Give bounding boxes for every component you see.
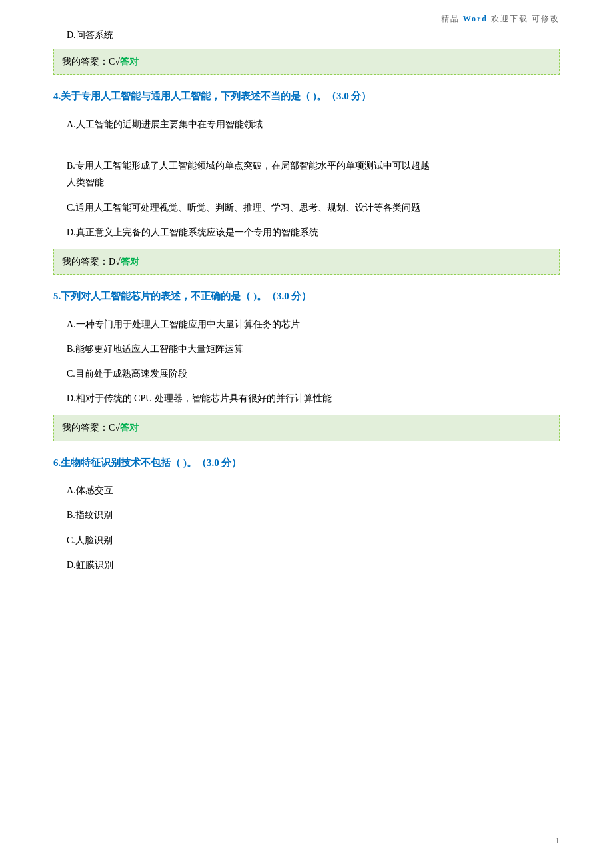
answer-box-q5: 我的答案：C√答对 (53, 415, 560, 441)
q5-option-c: C.目前处于成熟高速发展阶段 (53, 365, 560, 382)
answer-q3-prefix: 我的答案：C√ (62, 53, 120, 70)
question5-title: 5.下列对人工智能芯片的表述，不正确的是（ )。（3.0 分） (53, 288, 560, 305)
q6-option-a: A.体感交互 (53, 482, 560, 499)
watermark-rest: 欢迎下载 可修改 (491, 14, 560, 23)
answer-q3-correct: 答对 (120, 53, 139, 70)
q6-option-d: D.虹膜识别 (53, 557, 560, 573)
answer-q4-prefix: 我的答案：D√ (62, 253, 121, 270)
q3-option-d: D.问答系统 (53, 27, 560, 43)
q4-option-b: B.专用人工智能形成了人工智能领域的单点突破，在局部智能水平的单项测试中可以超越… (53, 141, 560, 191)
word-label: Word (463, 14, 488, 23)
q5-option-b: B.能够更好地适应人工智能中大量矩阵运算 (53, 341, 560, 357)
watermark-text: 精品 (441, 14, 460, 23)
q5-option-d: D.相对于传统的 CPU 处理器，智能芯片具有很好的并行计算性能 (53, 390, 560, 407)
question4-title: 4.关于专用人工智能与通用人工智能，下列表述不当的是（ )。（3.0 分） (53, 88, 560, 105)
q4-option-a: A.人工智能的近期进展主要集中在专用智能领域 (53, 116, 560, 133)
q6-option-c: C.人脸识别 (53, 532, 560, 549)
answer-q4-correct: 答对 (121, 253, 139, 270)
header-watermark: 精品 Word 欢迎下载 可修改 (441, 12, 560, 27)
q4-option-c: C.通用人工智能可处理视觉、听觉、判断、推理、学习、思考、规划、设计等各类问题 (53, 199, 560, 216)
answer-q5-prefix: 我的答案：C√ (62, 419, 120, 436)
q5-option-a: A.一种专门用于处理人工智能应用中大量计算任务的芯片 (53, 316, 560, 333)
q6-option-b: B.指纹识别 (53, 507, 560, 523)
answer-q5-correct: 答对 (120, 419, 139, 436)
question6-title: 6.生物特征识别技术不包括（ )。（3.0 分） (53, 455, 560, 472)
page: 精品 Word 欢迎下载 可修改 D.问答系统 我的答案：C√答对 4.关于专用… (0, 0, 613, 868)
answer-box-q3: 我的答案：C√答对 (53, 49, 560, 75)
page-number: 1 (556, 833, 560, 848)
q4-option-d: D.真正意义上完备的人工智能系统应该是一个专用的智能系统 (53, 224, 560, 241)
answer-box-q4: 我的答案：D√答对 (53, 249, 560, 275)
